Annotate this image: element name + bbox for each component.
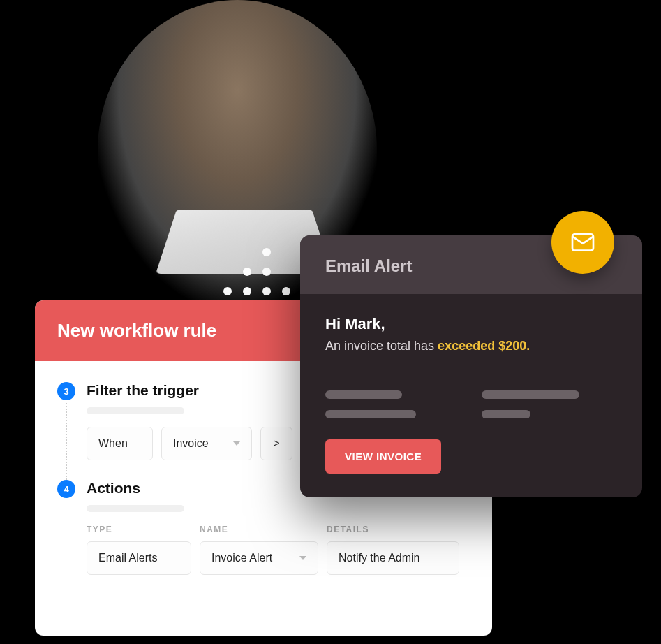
action-details-field[interactable]: Notify the Admin bbox=[327, 541, 459, 575]
email-alert-card: Email Alert Hi Mark, An invoice total ha… bbox=[300, 235, 642, 497]
alert-details-skeleton bbox=[325, 390, 617, 418]
divider bbox=[325, 372, 617, 372]
step-number-badge: 4 bbox=[57, 480, 75, 498]
filter-when-field[interactable]: When bbox=[87, 427, 153, 460]
placeholder-bar bbox=[87, 407, 184, 414]
filter-field-select[interactable]: Invoice bbox=[161, 427, 252, 460]
alert-message: An invoice total has exceeded $200. bbox=[325, 339, 617, 353]
column-label-name: NAME bbox=[200, 525, 318, 534]
column-label-details: DETAILS bbox=[327, 525, 369, 534]
column-label-type: TYPE bbox=[87, 525, 191, 534]
alert-message-highlight: exceeded $200. bbox=[438, 339, 530, 353]
mail-icon bbox=[551, 211, 614, 274]
alert-greeting: Hi Mark, bbox=[325, 315, 617, 333]
placeholder-bar bbox=[87, 505, 184, 512]
view-invoice-button[interactable]: VIEW INVOICE bbox=[325, 439, 441, 474]
step-number-badge: 3 bbox=[57, 382, 75, 400]
action-name-select[interactable]: Invoice Alert bbox=[200, 541, 318, 575]
alert-message-prefix: An invoice total has bbox=[325, 339, 438, 353]
action-type-field[interactable]: Email Alerts bbox=[87, 541, 191, 575]
svg-rect-0 bbox=[572, 234, 593, 250]
filter-operator-field[interactable]: > bbox=[260, 427, 292, 460]
decoration-dots bbox=[223, 248, 290, 295]
